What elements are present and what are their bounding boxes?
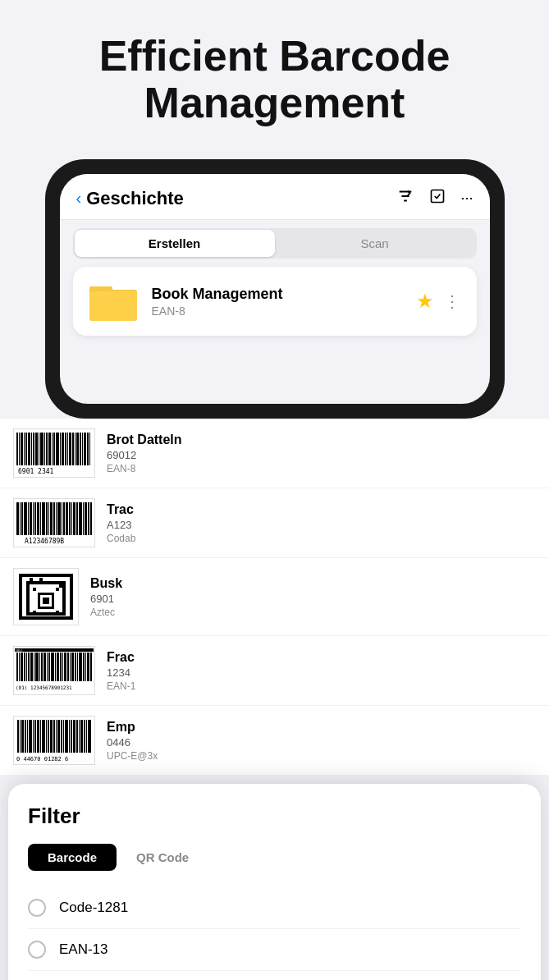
folder-icon (89, 280, 139, 323)
svg-rect-99 (28, 653, 30, 681)
folder-name: Book Management (152, 286, 403, 303)
svg-rect-10 (16, 433, 18, 465)
filter-icon[interactable] (396, 187, 414, 209)
barcode-code-5: 0446 (107, 736, 536, 749)
svg-rect-50 (37, 502, 39, 535)
select-icon[interactable] (429, 188, 446, 208)
svg-rect-113 (64, 653, 66, 681)
filter-modal: Filter Barcode QR Code Code-1281 EAN-13 … (8, 784, 541, 980)
svg-rect-73 (19, 574, 73, 577)
svg-rect-120 (83, 653, 85, 681)
svg-rect-23 (48, 433, 51, 465)
svg-rect-34 (76, 433, 79, 465)
svg-rect-49 (34, 502, 36, 535)
svg-rect-57 (56, 502, 57, 535)
svg-rect-94 (16, 653, 18, 681)
barcode-type-1: EAN-8 (107, 463, 536, 474)
svg-rect-140 (53, 720, 55, 753)
filter-tab-qrcode[interactable]: QR Code (117, 844, 208, 871)
svg-rect-79 (26, 581, 30, 616)
svg-rect-102 (35, 653, 39, 681)
svg-rect-148 (73, 720, 75, 753)
svg-rect-56 (53, 502, 55, 535)
svg-rect-19 (39, 433, 39, 465)
hero-title: Efficient Barcode Management (25, 33, 524, 126)
svg-rect-76 (70, 574, 73, 620)
svg-rect-30 (67, 433, 68, 465)
svg-rect-17 (33, 433, 34, 465)
svg-rect-144 (63, 720, 64, 753)
filter-label-0: Code-1281 (59, 900, 128, 916)
tab-erstellen[interactable]: Erstellen (75, 230, 275, 257)
svg-rect-126 (17, 720, 19, 753)
svg-text:(01): (01) (15, 648, 23, 653)
barcode-item[interactable]: Busk 6901 Aztec (0, 558, 549, 636)
svg-rect-15 (28, 433, 30, 465)
barcode-info-4: Frac 1234 EAN-1 (107, 650, 536, 692)
svg-rect-13 (24, 433, 25, 465)
svg-rect-109 (55, 653, 56, 681)
svg-rect-145 (65, 720, 68, 753)
svg-rect-84 (33, 588, 36, 591)
svg-rect-48 (33, 502, 34, 535)
barcode-item[interactable]: A12346789B Trac A123 Codab (0, 488, 549, 558)
svg-rect-77 (26, 581, 66, 584)
screen-title: Geschichte (86, 188, 184, 209)
svg-rect-8 (89, 291, 137, 321)
svg-rect-32 (72, 433, 74, 465)
barcode-type-2: Codab (107, 533, 536, 544)
back-arrow-icon[interactable]: ‹ (76, 189, 82, 208)
filter-option-1[interactable]: EAN-13 (28, 929, 521, 971)
svg-rect-118 (77, 653, 78, 681)
header-left: ‹ Geschichte (76, 188, 184, 209)
svg-rect-106 (47, 653, 48, 681)
svg-rect-33 (75, 433, 75, 465)
svg-rect-139 (50, 720, 53, 753)
svg-rect-46 (28, 502, 29, 535)
svg-rect-54 (48, 502, 49, 535)
star-icon[interactable]: ★ (416, 290, 434, 313)
svg-rect-55 (50, 502, 53, 535)
more-options-icon[interactable]: ··· (460, 190, 473, 207)
radio-ean13[interactable] (28, 941, 46, 959)
svg-rect-134 (37, 720, 39, 753)
radio-code1281[interactable] (28, 899, 46, 917)
svg-rect-75 (19, 574, 22, 620)
svg-rect-92 (15, 648, 94, 652)
barcode-item[interactable]: (01) (0, 636, 549, 706)
svg-rect-58 (57, 502, 61, 535)
phone-outer: ‹ Geschichte (45, 159, 505, 419)
svg-rect-60 (63, 502, 65, 535)
filter-option-2[interactable]: EAN-8 (28, 971, 521, 980)
svg-rect-132 (33, 720, 34, 753)
svg-rect-65 (76, 502, 78, 535)
svg-rect-12 (21, 433, 23, 465)
svg-rect-53 (46, 502, 48, 535)
svg-rect-115 (70, 653, 71, 681)
filter-tab-barcode[interactable]: Barcode (28, 844, 117, 871)
svg-rect-108 (51, 653, 54, 681)
barcode-item[interactable]: 6901 2341 Brot Datteln 69012 EAN-8 (0, 419, 549, 488)
barcode-item[interactable]: 0 44670 01282 6 Emp 0446 UPC-E@3x (0, 706, 549, 776)
barcode-info-5: Emp 0446 UPC-E@3x (107, 720, 536, 762)
filter-option-0[interactable]: Code-1281 (28, 887, 521, 929)
svg-rect-74 (19, 616, 73, 620)
svg-rect-78 (26, 612, 66, 616)
folder-info: Book Management EAN-8 (152, 286, 403, 318)
segmented-control: Erstellen Scan (73, 228, 477, 259)
barcode-image-4: (01) (13, 646, 95, 695)
folder-card[interactable]: Book Management EAN-8 ★ ⋮ (73, 267, 477, 336)
svg-rect-37 (84, 433, 86, 465)
svg-rect-47 (30, 502, 32, 535)
svg-rect-107 (48, 653, 50, 681)
barcode-image-5: 0 44670 01282 6 (13, 716, 95, 765)
barcode-info-2: Trac A123 Codab (107, 502, 536, 544)
tab-scan[interactable]: Scan (275, 230, 475, 257)
svg-rect-83 (43, 598, 49, 604)
svg-rect-59 (62, 502, 62, 535)
svg-rect-136 (42, 720, 45, 753)
svg-rect-63 (71, 502, 72, 535)
folder-more-icon[interactable]: ⋮ (444, 291, 460, 311)
barcode-code-1: 69012 (107, 449, 536, 461)
barcode-code-2: A123 (107, 519, 536, 531)
